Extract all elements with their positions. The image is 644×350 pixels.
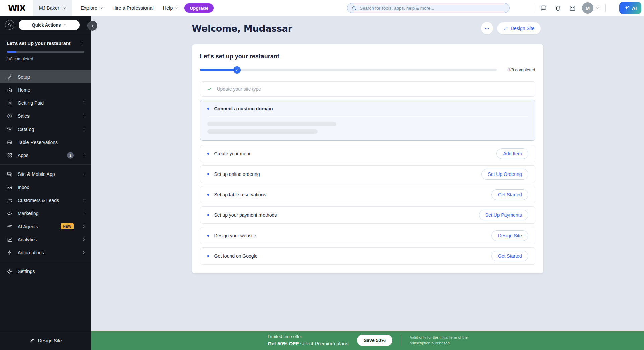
bullet-dot-icon	[207, 153, 209, 155]
promo-banner: Limited time offer Get 50% OFF select Pr…	[91, 331, 644, 350]
sidebar-item[interactable]: $ Getting Paid	[0, 96, 91, 109]
sidebar-divider	[0, 164, 91, 165]
task-action-button[interactable]: Get Started	[491, 189, 528, 200]
sidebar-item[interactable]: Inbox	[0, 181, 91, 194]
apps-icon	[7, 152, 13, 158]
task-row[interactable]: Design your website Design Site	[200, 227, 535, 244]
task-action-button[interactable]: Design Site	[491, 230, 528, 241]
sidebar-menu: Setup Home $ Getting Paid	[0, 67, 91, 278]
dots-icon	[484, 25, 490, 31]
bell-icon[interactable]	[554, 5, 562, 12]
quick-actions-button[interactable]: Quick Actions	[19, 20, 80, 30]
sidebar-item[interactable]: Analytics	[0, 233, 91, 246]
news-icon[interactable]	[569, 5, 576, 12]
save-50-button[interactable]: Save 50%	[357, 335, 392, 346]
site-switcher-label: MJ Baker	[39, 5, 59, 11]
automations-icon	[7, 250, 13, 256]
search-icon	[352, 6, 357, 11]
search-placeholder: Search for tools, apps, help & more...	[360, 6, 434, 11]
svg-text:$: $	[9, 114, 11, 117]
more-actions-button[interactable]	[481, 22, 493, 34]
topbar-nav: Explore Hire a Professional Help	[81, 5, 179, 11]
sidebar-item[interactable]: Settings	[0, 265, 91, 278]
topbar-nav-item[interactable]: Hire a Professional	[112, 5, 154, 11]
skeleton-line	[207, 122, 336, 126]
task-row[interactable]: Update your site type	[200, 81, 535, 97]
task-row[interactable]: Connect a custom domain	[200, 100, 535, 141]
sidebar-item-label: Customers & Leads	[18, 198, 59, 203]
banner-note-line2: subscription purchased.	[410, 340, 468, 346]
quick-actions-label: Quick Actions	[32, 22, 61, 28]
bullet-dot-icon	[207, 235, 209, 237]
sidebar-item[interactable]: Table Reservations	[0, 136, 91, 149]
favorites-star-button[interactable]	[5, 20, 14, 30]
chevron-right-icon	[82, 211, 86, 215]
setup-progress-fill	[7, 51, 16, 53]
sidebar-item-label: Home	[18, 87, 30, 93]
topbar-nav-label: Explore	[81, 5, 97, 11]
task-action-button[interactable]: Add Item	[496, 148, 528, 159]
sidebar-item[interactable]: Home	[0, 83, 91, 96]
banner-divider	[401, 334, 401, 346]
task-label: Get found on Google	[214, 253, 258, 259]
sidebar-item[interactable]: Customers & Leads	[0, 194, 91, 207]
task-action-button[interactable]: Set Up Ordering	[481, 169, 528, 180]
setup-progress-title: Let's set up your restaurant	[7, 41, 70, 46]
sidebar-item-label: Apps	[18, 153, 28, 158]
task-action-button[interactable]: Get Started	[491, 251, 528, 261]
topbar-nav-item[interactable]: Explore	[81, 5, 103, 11]
setup-progress-text: 1/8 completed	[7, 57, 84, 61]
design-site-label: Design Site	[38, 338, 62, 343]
task-row[interactable]: Create your menu Add Item	[200, 145, 535, 162]
topbar-nav-item[interactable]: Help	[163, 5, 179, 11]
account-menu[interactable]: M	[582, 2, 599, 14]
sidebar-item[interactable]: Marketing	[0, 207, 91, 220]
chat-icon[interactable]	[540, 5, 547, 12]
chevron-right-icon	[80, 41, 84, 45]
sidebar-item-label: Analytics	[18, 237, 37, 242]
main-content: Welcome, Mudassar Design Site Let's set …	[91, 16, 644, 350]
banner-note: Valid only for the initial term of the s…	[410, 335, 468, 346]
sidebar-collapse-button[interactable]	[87, 21, 97, 31]
star-icon	[7, 22, 12, 28]
task-action-button[interactable]: Set Up Payments	[479, 210, 528, 220]
analytics-icon	[7, 237, 13, 243]
sidebar-item[interactable]: Site & Mobile App	[0, 167, 91, 181]
wix-logo[interactable]: WIX	[8, 3, 25, 13]
design-site-button[interactable]: Design Site	[497, 22, 541, 34]
sidebar-item-label: AI Agents	[18, 224, 38, 229]
search-input[interactable]: Search for tools, apps, help & more...	[347, 3, 510, 13]
sidebar-item[interactable]: Catalog	[0, 122, 91, 136]
sidebar-item[interactable]: Setup	[0, 70, 91, 83]
task-row[interactable]: Set up online ordering Set Up Ordering	[200, 165, 535, 183]
sidebar-item[interactable]: $ Sales	[0, 109, 91, 122]
sidebar-design-site-button[interactable]: Design Site	[0, 331, 91, 350]
task-row[interactable]: Get found on Google Get Started	[200, 247, 535, 265]
site-switcher[interactable]: MJ Baker	[33, 0, 72, 16]
sidebar-item[interactable]: Automations	[0, 246, 91, 259]
setup-progress-link[interactable]: Let's set up your restaurant	[7, 41, 84, 46]
bullet-dot-icon	[207, 255, 209, 257]
task-label: Connect a custom domain	[214, 106, 273, 111]
home-icon	[7, 87, 13, 93]
customers-icon	[7, 197, 13, 203]
ai-assistant-button[interactable]: AI	[619, 2, 641, 14]
task-row[interactable]: Set up table reservations Get Started	[200, 186, 535, 203]
sidebar-item-label: Table Reservations	[18, 140, 58, 145]
sidebar-item[interactable]: AI Agents NEW	[0, 220, 91, 233]
banner-line1: Limited time offer	[268, 333, 348, 340]
bullet-dot-icon	[207, 173, 209, 175]
progress-check-marker	[233, 66, 241, 74]
task-row[interactable]: Set up your payment methods Set Up Payme…	[200, 206, 535, 224]
chevron-right-icon	[82, 101, 86, 105]
bullet-dot-icon	[207, 214, 209, 216]
sidebar-item[interactable]: Apps 1	[0, 149, 91, 162]
avatar: M	[582, 2, 593, 14]
upgrade-button[interactable]: Upgrade	[184, 3, 214, 13]
setup-checklist-card: Let's set up your restaurant 1/8 complet…	[192, 44, 543, 273]
checklist-progress-fill	[200, 69, 237, 71]
task-list: Update your site type Connect a custom d…	[200, 81, 535, 265]
sidebar-item-label: Catalog	[18, 127, 34, 132]
sidebar-item-label: Automations	[18, 250, 44, 255]
design-site-button-label: Design Site	[511, 26, 535, 31]
